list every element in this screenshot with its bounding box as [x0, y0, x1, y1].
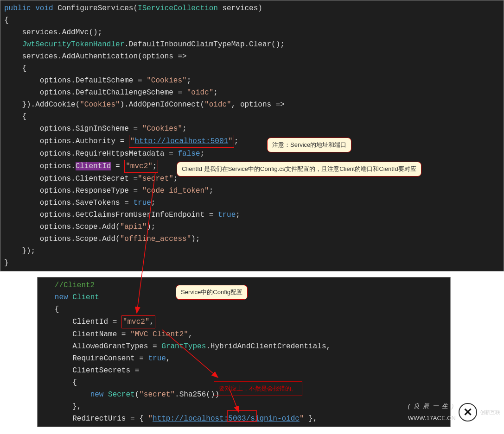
annotation-note-4: 要对应上，不然是会报错的。	[214, 381, 302, 396]
string-offline-access: "offline_access"	[120, 235, 191, 243]
string-mvc2: "mvc2"	[126, 162, 153, 170]
code-line: options.RequireHttpsMetadata = false;	[0, 148, 504, 160]
annotation-note-1: 注意：Service的地址和端口	[267, 138, 351, 152]
string-api1: "api1"	[120, 223, 147, 231]
code-line: options.SaveTokens = true;	[0, 197, 504, 209]
keyword-true: true	[218, 211, 236, 219]
code-line-redirecturis: RedirectUris = { "http://localhost:5003/…	[38, 413, 450, 425]
highlight-clientid: ClientId	[76, 162, 111, 170]
code-line: {	[0, 63, 504, 75]
code-line: options.ResponseType = "code id_token";	[0, 185, 504, 197]
url-localhost-5001[interactable]: http://localhost:5001	[134, 137, 228, 145]
code-line: },	[38, 401, 450, 413]
code-editor-top: public void ConfigureServices(IServiceCo…	[0, 0, 504, 271]
string-cookies: "Cookies"	[80, 101, 120, 109]
highlight-box-authority: "http://localhost:5001"	[129, 135, 234, 148]
code-line: options.Scope.Add("offline_access");	[0, 233, 504, 245]
code-line: RequireConsent = true,	[38, 352, 450, 365]
url-localhost-5003[interactable]: http://localhost:5003/signin-oidc	[153, 415, 300, 423]
string-mvc-client2: "MVC Client2"	[130, 330, 188, 339]
code-line: ClientSecrets =	[38, 365, 450, 377]
code-line: services.AddAuthentication(options =>	[0, 50, 504, 63]
highlight-box-mvc2-2: "mvc2",	[121, 315, 155, 328]
comment-client2: //Client2	[41, 281, 95, 289]
code-line: AllowedGrantTypes = GrantTypes.HybridAnd…	[38, 340, 450, 352]
code-line: {	[38, 303, 450, 315]
string-oidc: "oidc"	[187, 88, 214, 97]
code-line-authority: options.Authority = "http://localhost:50…	[0, 135, 504, 148]
watermark-logo-icon: ✕	[459, 403, 477, 421]
method-sig: ConfigureServices(	[53, 4, 138, 13]
code-line-clientid-2: ClientId = "mvc2",	[38, 315, 450, 328]
string-code-id-token: "code id_token"	[142, 187, 209, 195]
code-line: services.AddMvc();	[0, 26, 504, 38]
code-line: options.DefaultScheme = "Cookies";	[0, 75, 504, 87]
keyword-true: true	[148, 354, 166, 363]
annotation-note-2: ClientId 是我们在Service中的Config.cs文件配置的，且注意…	[177, 162, 421, 176]
code-line: ClientName = "MVC Client2",	[38, 328, 450, 340]
param-name: services)	[218, 4, 262, 13]
keyword-true: true	[133, 199, 151, 207]
watermark-bottom: WWW.17ACE.CN	[408, 412, 456, 424]
code-line: });	[0, 245, 504, 257]
string-secret: "secret"	[138, 175, 173, 183]
code-line: public void ConfigureServices(IServiceCo…	[0, 2, 504, 14]
keyword-void: void	[35, 4, 53, 13]
string-oidc: "oidc"	[204, 101, 231, 109]
keyword-false: false	[178, 150, 200, 158]
type-client: Client	[72, 293, 99, 302]
code-line: }).AddCookie("Cookies").AddOpenIdConnect…	[0, 99, 504, 111]
string-cookies: "Cookies"	[147, 76, 186, 85]
watermark-top: ( 良 辰 一 生 )	[408, 400, 456, 412]
keyword-new: new	[90, 390, 104, 399]
screenshot-container: public void ConfigureServices(IServiceCo…	[0, 0, 504, 427]
code-line: }	[0, 257, 504, 269]
code-line: JwtSecurityTokenHandler.DefaultInboundCl…	[0, 38, 504, 50]
code-line: options.Scope.Add("api1");	[0, 221, 504, 233]
code-line: {	[0, 14, 504, 26]
string-cookies: "Cookies"	[142, 125, 182, 133]
code-editor-bottom: //Client2 new Client { ClientId = "mvc2"…	[37, 277, 451, 427]
type-iservicecollection: IServiceCollection	[138, 4, 218, 13]
type-granttypes: GrantTypes	[161, 342, 206, 351]
watermark-brand: 创新互联	[480, 406, 500, 418]
string-mvc2: "mvc2"	[123, 318, 150, 326]
code-line: options.SignInScheme = "Cookies";	[0, 123, 504, 135]
annotation-note-3: Service中的Config配置	[176, 285, 248, 300]
code-line: options.GetClaimsFromUserInfoEndpoint = …	[0, 209, 504, 221]
keyword-public: public	[4, 4, 31, 13]
highlight-box-mvc2: "mvc2";	[124, 160, 158, 173]
code-line: {	[0, 111, 504, 123]
watermark: ( 良 辰 一 生 ) WWW.17ACE.CN ✕ 创新互联	[408, 400, 500, 424]
type-secret: Secret	[108, 390, 135, 399]
string-secret: "secret"	[139, 390, 175, 399]
code-line: options.DefaultChallengeScheme = "oidc";	[0, 87, 504, 99]
type-jwtsecuritytokenhandler: JwtSecurityTokenHandler	[22, 40, 124, 49]
keyword-new: new	[55, 293, 68, 302]
